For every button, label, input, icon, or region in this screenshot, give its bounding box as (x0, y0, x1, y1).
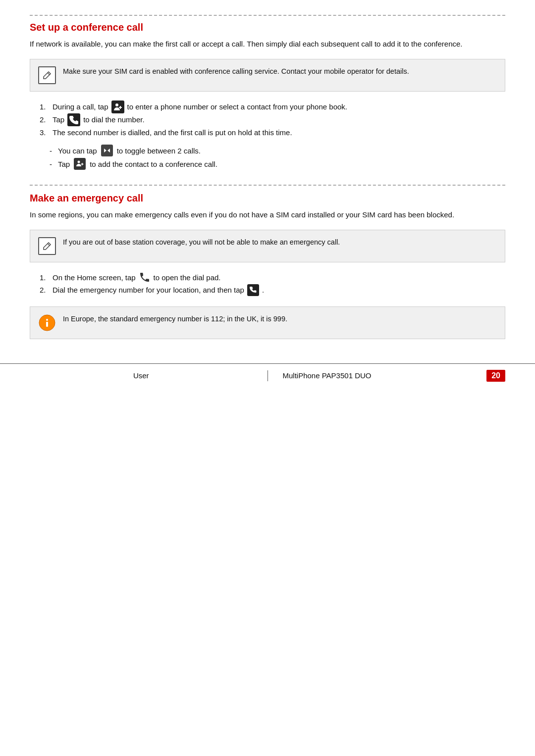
step1: 1. During a call, tap to enter a phone n… (40, 101, 505, 113)
step2-num: 2. (40, 113, 50, 126)
section1-substeps: You can tap to toggle between 2 calls. T… (50, 144, 505, 171)
s2-step2: 2. Dial the emergency number for your lo… (40, 284, 505, 297)
section1-body: If network is available, you can make th… (30, 38, 505, 50)
step2-text-after: to dial the number. (83, 113, 144, 126)
section2-note1-text: If you are out of base station coverage,… (63, 237, 497, 248)
s2-step2-text-before: Dial the emergency number for your locat… (53, 284, 244, 297)
merge-icon (74, 158, 86, 170)
footer-product-name: MultiPhone PAP3501 DUO (283, 371, 372, 380)
note2-pencil-icon (38, 237, 56, 255)
section1-note-text: Make sure your SIM card is enabled with … (63, 66, 497, 77)
substep1-text-after: to toggle between 2 calls. (117, 144, 201, 157)
substep2-text-before: Tap (58, 157, 70, 171)
substep2-text-after: to add the contact to a conference call. (90, 157, 217, 171)
section1-note-box: Make sure your SIM card is enabled with … (30, 59, 505, 92)
s2-step1-text-after: to open the dial pad. (154, 271, 221, 284)
substep1-text-before: You can tap (58, 144, 97, 157)
svg-point-0 (115, 103, 118, 106)
svg-rect-8 (46, 322, 48, 327)
phone-dialpad-icon (139, 271, 151, 283)
step2-text-before: Tap (53, 113, 64, 126)
step1-text-before: During a call, tap (53, 101, 108, 113)
section2-steps: 1. On the Home screen, tap to open the d… (40, 271, 505, 297)
footer-divider (268, 370, 268, 381)
s2-step1-num: 1. (40, 271, 50, 284)
note1-pencil-icon (38, 66, 56, 84)
s2-step2-num: 2. (40, 284, 50, 297)
dial-icon (67, 113, 80, 126)
section2-note2-text: In Europe, the standard emergency number… (63, 314, 497, 325)
step2: 2. Tap to dial the number. (40, 113, 505, 126)
section2-note1-box: If you are out of base station coverage,… (30, 230, 505, 262)
section1-top-border (30, 15, 505, 16)
footer-page-number: 20 (486, 370, 505, 382)
substep2: Tap to add the contact to a conference c… (50, 157, 505, 171)
call-icon (247, 284, 259, 296)
footer: User MultiPhone PAP3501 DUO 20 (0, 363, 535, 388)
substep1: You can tap to toggle between 2 calls. (50, 144, 505, 157)
section2-divider (30, 185, 505, 186)
svg-point-3 (78, 161, 80, 163)
footer-label: User (30, 371, 253, 380)
section2-note2-box: In Europe, the standard emergency number… (30, 306, 505, 339)
section1-steps: 1. During a call, tap to enter a phone n… (40, 101, 505, 139)
s2-step2-text-after: . (262, 284, 264, 297)
add-contact-icon (111, 101, 124, 113)
s2-step1-text-before: On the Home screen, tap (53, 271, 136, 284)
section1-title: Set up a conference call (30, 22, 505, 33)
footer-product: MultiPhone PAP3501 DUO 20 (283, 370, 506, 382)
section2-body: In some regions, you can make emergency … (30, 209, 505, 221)
info-icon (38, 314, 56, 332)
svg-point-7 (46, 319, 48, 321)
step1-text-after: to enter a phone number or select a cont… (127, 101, 347, 113)
step3: 3. The second number is dialled, and the… (40, 126, 505, 139)
s2-step1: 1. On the Home screen, tap to open the d… (40, 271, 505, 284)
step1-num: 1. (40, 101, 50, 113)
step3-text: The second number is dialled, and the fi… (53, 126, 292, 139)
section2-title: Make an emergency call (30, 193, 505, 204)
toggle-icon (101, 145, 113, 156)
step3-num: 3. (40, 126, 50, 139)
